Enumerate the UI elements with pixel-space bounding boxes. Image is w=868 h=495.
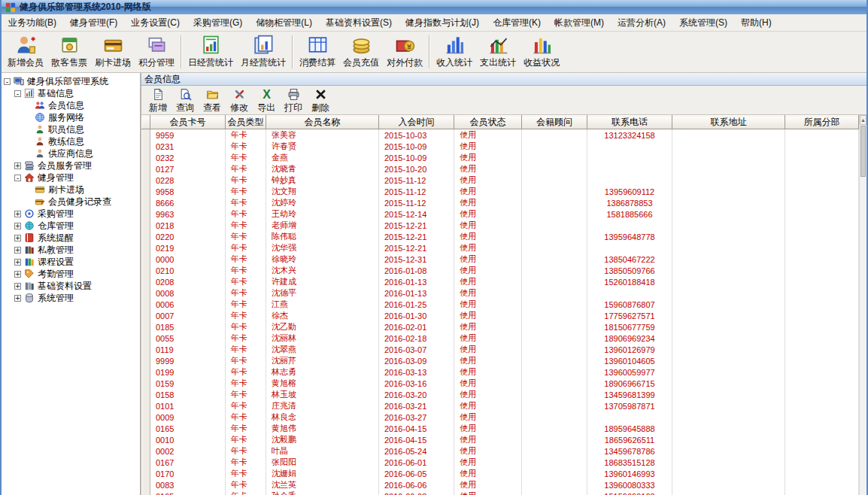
panel-button-excel-export[interactable]: X导出 <box>253 88 279 114</box>
table-row[interactable]: 0055年卡沈丽林2016-02-18使用18906969234 <box>142 333 859 344</box>
table-row[interactable]: 0009年卡林良念2016-03-27使用 <box>142 411 859 423</box>
table-row[interactable]: 0218年卡老师增2015-12-21使用 <box>142 220 859 231</box>
table-row[interactable]: 0228年卡钟妙真2015-11-12使用 <box>142 175 859 186</box>
table-row[interactable]: 9999年卡沈丽芹2016-03-09使用13960104605 <box>142 355 859 366</box>
collapse-box-icon[interactable]: - <box>14 90 21 97</box>
table-row[interactable]: 0165年卡黄旭伟2016-04-15使用18959645888 <box>142 423 859 434</box>
table-row[interactable]: 0219年卡沈华强2015-12-21使用 <box>142 242 859 254</box>
tree-item-3[interactable]: 职员信息 <box>2 123 140 135</box>
menu-item-0[interactable]: 业务功能(B) <box>2 14 63 32</box>
expand-box-icon[interactable]: + <box>14 162 21 169</box>
table-row[interactable]: 0010年卡沈毅鹏2016-04-15使用18659626511 <box>142 434 859 445</box>
table-row[interactable]: 0002年卡叶晶2016-05-24使用13459678786 <box>142 445 859 457</box>
toolbar-button-member-add[interactable]: 新增会员 <box>4 33 47 71</box>
column-header-member-name[interactable]: 会员名称 <box>266 116 379 129</box>
column-header-member-type[interactable]: 会员类型 <box>226 116 266 129</box>
tree-item-13[interactable]: +私教管理 <box>2 244 140 256</box>
menu-item-6[interactable]: 健身指数与计划(J) <box>399 14 486 32</box>
menu-item-2[interactable]: 业务设置(C) <box>124 14 187 32</box>
toolbar-button-profit-chart[interactable]: 收益状况 <box>520 33 563 71</box>
tree-root[interactable]: -健身俱乐部管理系统 <box>2 75 140 87</box>
table-row[interactable]: 0208年卡许建成2016-01-13使用15260188418 <box>142 276 859 287</box>
scroll-thumb[interactable] <box>860 126 866 177</box>
toolbar-button-recharge[interactable]: 会员充值 <box>339 33 383 71</box>
menu-item-4[interactable]: 储物柜管理(L) <box>249 14 319 32</box>
column-header-branch[interactable]: 所属分部 <box>785 116 859 129</box>
tree-item-4[interactable]: 教练信息 <box>2 135 140 147</box>
table-row[interactable]: 0199年卡林志勇2016-03-13使用13960059977 <box>142 366 859 378</box>
table-row[interactable]: 9963年卡王幼玲2015-12-14使用1581885666 <box>142 208 859 220</box>
table-row[interactable]: 0101年卡庄兆清2016-03-21使用13705987871 <box>142 400 859 411</box>
expand-box-icon[interactable]: + <box>14 295 21 302</box>
table-row[interactable]: 9958年卡沈文翔2015-11-12使用13959609112 <box>142 186 859 197</box>
tree-item-0[interactable]: -基础信息 <box>2 87 140 99</box>
panel-button-tools[interactable]: 修改 <box>226 88 252 114</box>
panel-button-folder-open[interactable]: 查看 <box>199 88 225 114</box>
tree-item-11[interactable]: +仓库管理 <box>2 220 140 232</box>
table-row[interactable]: 0185年卡沈乙勤2016-02-01使用18150677759 <box>142 321 859 333</box>
tree-item-9[interactable]: 会员健身记录查 <box>2 196 140 208</box>
tree-item-15[interactable]: +考勤管理 <box>2 268 140 280</box>
table-row[interactable]: 0127年卡沈晓青2015-10-20使用 <box>142 163 859 175</box>
tree-item-8[interactable]: 刷卡进场 <box>2 184 140 196</box>
tree-item-2[interactable]: 服务网络 <box>2 111 140 123</box>
toolbar-button-monthly-report[interactable]: 月经营统计 <box>237 33 290 71</box>
tree-item-16[interactable]: +基础资料设置 <box>2 280 140 292</box>
toolbar-button-settle[interactable]: 消费结算 <box>296 33 339 71</box>
toolbar-button-expense-chart[interactable]: 支出统计 <box>476 33 520 71</box>
table-row[interactable]: 0220年卡陈伟聪2015-12-21使用13959648778 <box>142 231 859 242</box>
collapse-box-icon[interactable]: - <box>4 78 11 85</box>
tree-item-14[interactable]: +课程设置 <box>2 256 140 268</box>
table-row[interactable]: 9959年卡张美容2015-10-03使用13123324158 <box>142 129 859 141</box>
menu-item-5[interactable]: 基础资料设置(S) <box>319 14 399 32</box>
table-row[interactable]: 0119年卡沈翠燕2016-03-07使用13960126979 <box>142 344 859 355</box>
column-header-card-no[interactable]: 会员卡号 <box>150 116 226 129</box>
table-row[interactable]: 0159年卡黄旭榕2016-03-16使用18906966715 <box>142 378 859 389</box>
toolbar-button-points[interactable]: 积分管理 <box>135 33 178 71</box>
table-row[interactable]: 0008年卡沈德平2016-01-13使用 <box>142 287 859 299</box>
table-row[interactable]: 0232年卡金燕2015-10-09使用 <box>142 152 859 163</box>
menu-item-11[interactable]: 帮助(H) <box>734 14 778 32</box>
tree-item-1[interactable]: 会员信息 <box>2 99 140 111</box>
table-row[interactable]: 0231年卡许春贤2015-10-09使用 <box>142 141 859 152</box>
menu-item-7[interactable]: 仓库管理(K) <box>486 14 548 32</box>
expand-box-icon[interactable]: + <box>14 247 21 254</box>
tree-item-10[interactable]: +采购管理 <box>2 208 140 220</box>
column-header-join-date[interactable]: 入会时间 <box>379 116 454 129</box>
table-row[interactable]: 0006年卡江燕2016-01-25使用15960876807 <box>142 299 859 310</box>
expand-box-icon[interactable]: + <box>14 271 21 278</box>
menu-item-8[interactable]: 帐款管理(M) <box>548 14 611 32</box>
table-row[interactable]: 0210年卡沈木兴2016-01-08使用13850509766 <box>142 265 859 276</box>
panel-button-delete-x[interactable]: 删除 <box>308 88 333 114</box>
table-row[interactable]: 0195年卡孙全香2016-06-08使用15159699168 <box>142 490 859 495</box>
menu-item-1[interactable]: 健身管理(F) <box>63 14 124 32</box>
menu-item-3[interactable]: 采购管理(G) <box>187 14 249 32</box>
panel-button-printer[interactable]: 打印 <box>281 88 306 114</box>
table-row[interactable]: 0170年卡沈姗娟2016-06-05使用13960146993 <box>142 468 859 479</box>
tree-item-5[interactable]: 供应商信息 <box>2 147 140 159</box>
table-row[interactable]: 0158年卡林玉坡2016-03-20使用13459681399 <box>142 389 859 400</box>
menu-item-9[interactable]: 运营分析(A) <box>611 14 672 32</box>
column-header-phone[interactable]: 联系电话 <box>587 116 672 129</box>
table-scrollbar[interactable]: ▲ <box>859 115 866 495</box>
toolbar-button-income-chart[interactable]: 收入统计 <box>432 33 476 71</box>
table-row[interactable]: 0167年卡张阳阳2016-06-01使用18683515128 <box>142 457 859 468</box>
column-header-advisor[interactable]: 会籍顾问 <box>522 116 587 129</box>
column-header-address[interactable]: 联系地址 <box>672 116 785 129</box>
table-row[interactable]: 0000年卡徐晓玲2015-12-31使用13850467222 <box>142 254 859 265</box>
column-header-member-status[interactable]: 会员状态 <box>454 116 522 129</box>
expand-box-icon[interactable]: + <box>14 235 21 241</box>
toolbar-button-ticket-book[interactable]: 散客售票 <box>47 33 91 71</box>
tree-item-12[interactable]: +系统提醒 <box>2 232 140 244</box>
panel-button-doc-new[interactable]: 新增 <box>145 88 171 114</box>
expand-box-icon[interactable]: + <box>14 211 21 217</box>
panel-button-doc-search[interactable]: 查询 <box>172 88 198 114</box>
tree-item-6[interactable]: +会员服务管理 <box>2 159 140 172</box>
toolbar-button-daily-report[interactable]: 日经营统计 <box>184 33 237 71</box>
titlebar[interactable]: 健身俱乐部管理系统2010-网络版 <box>2 0 866 14</box>
table-row[interactable]: 0007年卡徐杰2016-01-30使用17759627571 <box>142 310 859 321</box>
expand-box-icon[interactable]: + <box>14 259 21 266</box>
table-row[interactable]: 8666年卡沈婷玲2015-11-12使用1386878853 <box>142 197 859 208</box>
expand-box-icon[interactable]: + <box>14 283 21 290</box>
collapse-box-icon[interactable]: - <box>14 175 21 181</box>
